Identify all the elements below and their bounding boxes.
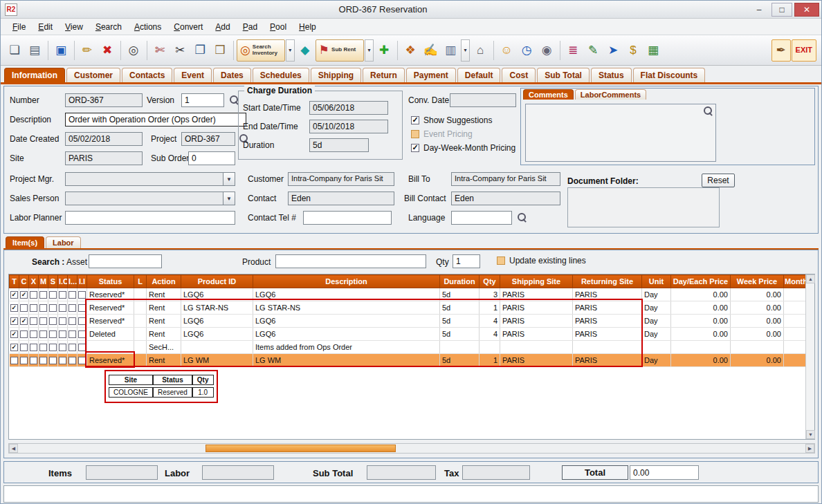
clock-icon[interactable]: ◷ <box>517 39 536 62</box>
save-icon[interactable]: ▣ <box>51 39 71 62</box>
row-checkbox[interactable] <box>78 304 86 312</box>
menu-item-search[interactable]: Search <box>89 21 128 33</box>
day-week-month-checkbox[interactable] <box>411 144 419 152</box>
edit-pencil-icon[interactable]: ✏ <box>77 39 97 62</box>
delete-icon[interactable]: ✖ <box>98 39 117 62</box>
column-header-duration[interactable]: Duration <box>440 275 480 288</box>
disc-icon[interactable]: ◉ <box>537 39 556 62</box>
update-lines-checkbox[interactable] <box>497 256 505 265</box>
print-icon[interactable]: ▤ <box>25 39 44 62</box>
scroll-up-arrow[interactable]: ▲ <box>806 274 815 283</box>
card-file-icon[interactable]: ▥ <box>441 39 460 62</box>
new-document-icon[interactable]: ❏ <box>5 39 24 62</box>
column-header-i-i[interactable]: I.I <box>77 275 87 288</box>
column-header-day-each-price[interactable]: Day/Each Price <box>671 275 731 288</box>
row-checkbox[interactable] <box>20 304 28 312</box>
exit-button[interactable]: EXIT <box>792 39 816 62</box>
tab-item-s[interactable]: Item(s) <box>6 236 44 248</box>
menu-item-help[interactable]: Help <box>293 21 322 33</box>
column-header-l[interactable]: L <box>134 275 147 288</box>
column-header-shipping-site[interactable]: Shipping Site <box>500 275 573 288</box>
bill-contact-field[interactable]: Eden <box>451 192 560 205</box>
tab-dates[interactable]: Dates <box>213 68 251 82</box>
row-checkbox[interactable] <box>20 317 28 325</box>
tab-default[interactable]: Default <box>457 68 501 82</box>
row-checkbox[interactable] <box>49 317 57 325</box>
project-mgr-dropdown[interactable]: ▼ <box>223 172 235 186</box>
row-checkbox[interactable] <box>78 330 86 338</box>
end-date-field[interactable]: 05/10/2018 <box>309 120 388 133</box>
number-field[interactable]: ORD-367 <box>65 93 143 107</box>
start-date-field[interactable]: 05/06/2018 <box>309 101 388 115</box>
contact-tel-field[interactable] <box>303 211 392 225</box>
row-checkbox[interactable] <box>30 291 37 299</box>
tab-information[interactable]: Information <box>4 68 65 82</box>
contact-field[interactable]: Eden <box>288 192 394 205</box>
column-header-m[interactable]: M <box>39 275 48 288</box>
customer-field[interactable]: Intra-Company for Paris Sit <box>288 172 394 186</box>
row-checkbox[interactable] <box>68 304 76 312</box>
fax-print-icon[interactable]: ⌂ <box>471 39 490 62</box>
money-icon[interactable]: $ <box>623 39 643 62</box>
scroll-down-arrow[interactable]: ▼ <box>806 430 815 439</box>
bill-to-field[interactable]: Intra-Company for Paris Sit <box>451 172 560 186</box>
sub-rent-button-dropdown[interactable]: ▾ <box>365 39 374 62</box>
table-row[interactable]: Reserved*RentLGQ6LGQ65d4PARISPARISDay0.0… <box>10 315 807 328</box>
row-checkbox[interactable] <box>10 317 18 325</box>
card-file-icon-dropdown[interactable]: ▾ <box>461 39 470 62</box>
search-inventory-button[interactable]: ◎Search Inventory <box>237 39 285 62</box>
row-checkbox[interactable] <box>20 357 28 364</box>
books-icon[interactable]: ≣ <box>563 39 583 62</box>
row-checkbox[interactable] <box>68 357 76 364</box>
row-checkbox[interactable] <box>10 357 18 364</box>
event-pricing-checkbox[interactable] <box>411 130 419 138</box>
key-icon[interactable]: ➤ <box>603 39 623 62</box>
tax-field[interactable] <box>462 465 530 480</box>
column-header-returning-site[interactable]: Returning Site <box>573 275 642 288</box>
row-checkbox[interactable] <box>30 344 37 351</box>
column-header-unit[interactable]: Unit <box>642 275 671 288</box>
column-header-week-price[interactable]: Week Price <box>731 275 784 288</box>
tab-customer[interactable]: Customer <box>66 68 120 82</box>
scroll-left-arrow[interactable]: ◀ <box>9 444 18 453</box>
table-row[interactable]: Reserved*RentLG STAR-NSLG STAR-NS5d1PARI… <box>10 301 807 315</box>
copy-icon[interactable]: ❐ <box>190 39 210 62</box>
column-header-s[interactable]: S <box>48 275 58 288</box>
row-checkbox[interactable] <box>39 357 47 364</box>
table-row[interactable]: Reserved*RentLGQ6LGQ65d3PARISPARISDay0.0… <box>10 288 807 301</box>
row-checkbox[interactable] <box>49 357 57 364</box>
tab-laborcomments[interactable]: LaborComments <box>575 89 646 100</box>
table-row[interactable]: Reserved*RentLG WMLG WM5d1PARISPARISDay0… <box>10 354 807 367</box>
horizontal-scrollbar[interactable]: ◀ ▶ <box>8 443 815 454</box>
tab-shipping[interactable]: Shipping <box>311 68 361 82</box>
tab-contacts[interactable]: Contacts <box>122 68 172 82</box>
sub-total-field[interactable] <box>367 465 436 480</box>
column-header-c[interactable]: C <box>19 275 29 288</box>
horizontal-scroll-thumb[interactable] <box>206 445 396 452</box>
site-field[interactable]: PARIS <box>65 151 143 165</box>
version-field[interactable]: 1 <box>181 93 224 107</box>
tab-schedules[interactable]: Schedules <box>253 68 309 82</box>
tab-cost[interactable]: Cost <box>502 68 536 82</box>
tab-payment[interactable]: Payment <box>406 68 456 82</box>
sales-person-combo[interactable]: ▼ <box>65 192 235 205</box>
row-checkbox[interactable] <box>30 317 37 325</box>
row-checkbox[interactable] <box>68 317 76 325</box>
row-checkbox[interactable] <box>30 357 37 364</box>
comments-textarea[interactable] <box>525 104 716 162</box>
row-checkbox[interactable] <box>39 304 47 312</box>
menu-item-view[interactable]: View <box>59 21 89 33</box>
column-header-x[interactable]: X <box>29 275 39 288</box>
paste-icon[interactable]: ❒ <box>210 39 230 62</box>
row-checkbox[interactable] <box>49 330 57 338</box>
sales-person-dropdown[interactable]: ▼ <box>223 192 235 205</box>
search-inventory-button-dropdown[interactable]: ▾ <box>286 39 295 62</box>
row-checkbox[interactable] <box>49 291 57 299</box>
column-header-description[interactable]: Description <box>253 275 440 288</box>
language-search-icon[interactable] <box>518 213 527 222</box>
row-checkbox[interactable] <box>49 304 57 312</box>
row-checkbox[interactable] <box>39 344 47 351</box>
reset-button[interactable]: Reset <box>702 174 735 187</box>
row-checkbox[interactable] <box>39 330 47 338</box>
smiley-icon[interactable]: ☺ <box>497 39 516 62</box>
